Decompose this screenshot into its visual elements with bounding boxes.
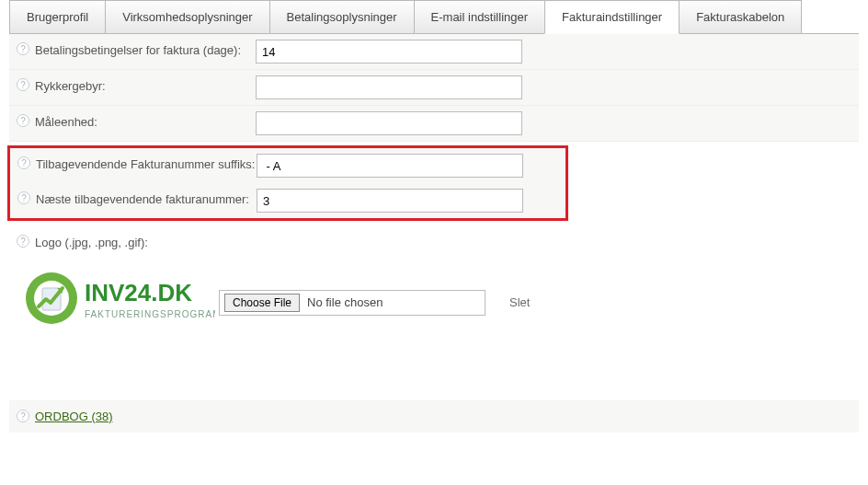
- label-payment-terms: Betalingsbetingelser for faktura (dage):: [35, 42, 241, 59]
- row-logo: INV24.DK FAKTURERINGSPROGRAM Choose File…: [9, 257, 859, 345]
- brand-tagline: FAKTURERINGSPROGRAM: [85, 309, 215, 319]
- choose-file-button[interactable]: Choose File: [224, 294, 300, 312]
- brand-name: INV24.DK: [85, 279, 192, 306]
- row-recurring-suffix: ? Tilbagevendende Fakturanummer suffiks:: [10, 148, 565, 183]
- tab-fakturaskabelon[interactable]: Fakturaskabelon: [679, 0, 802, 34]
- highlight-recurring: ? Tilbagevendende Fakturanummer suffiks:…: [7, 145, 568, 221]
- row-unit: ? Måleenhed:: [9, 106, 859, 142]
- tab-fakturaindstillinger[interactable]: Fakturaindstillinger: [544, 0, 680, 34]
- row-reminder-fee: ? Rykkergebyr:: [9, 70, 859, 106]
- tab-brugerprofil[interactable]: Brugerprofil: [9, 0, 106, 34]
- help-icon[interactable]: ?: [17, 78, 29, 91]
- settings-panel: ? Betalingsbetingelser for faktura (dage…: [9, 33, 859, 433]
- label-recurring-suffix: Tilbagevendende Fakturanummer suffiks:: [36, 156, 255, 173]
- input-payment-terms[interactable]: [256, 40, 522, 64]
- label-reminder-fee: Rykkergebyr:: [35, 78, 106, 95]
- help-icon[interactable]: ?: [17, 114, 29, 127]
- input-recurring-next[interactable]: [257, 189, 523, 213]
- delete-logo-link[interactable]: Slet: [509, 295, 530, 309]
- help-icon[interactable]: ?: [17, 235, 29, 248]
- row-payment-terms: ? Betalingsbetingelser for faktura (dage…: [9, 34, 859, 70]
- label-logo: Logo (.jpg, .png, .gif):: [35, 235, 148, 251]
- help-icon[interactable]: ?: [17, 410, 29, 422]
- input-reminder-fee[interactable]: [256, 75, 522, 99]
- logo-preview: INV24.DK FAKTURERINGSPROGRAM: [17, 266, 219, 340]
- dictionary-link[interactable]: ORDBOG (38): [35, 410, 113, 423]
- help-icon[interactable]: ?: [17, 156, 30, 169]
- label-unit: Måleenhed:: [35, 114, 97, 131]
- help-icon[interactable]: ?: [17, 191, 30, 204]
- row-logo-label: ? Logo (.jpg, .png, .gif):: [9, 226, 859, 257]
- row-recurring-next: ? Næste tilbagevendende fakturanummer:: [10, 183, 565, 218]
- input-recurring-suffix[interactable]: [257, 154, 523, 178]
- brand-logo-icon: INV24.DK FAKTURERINGSPROGRAM: [22, 266, 215, 330]
- file-input-wrap: Choose File No file chosen: [219, 290, 485, 316]
- row-dictionary: ? ORDBOG (38): [9, 400, 859, 433]
- input-unit[interactable]: [256, 111, 522, 135]
- label-recurring-next: Næste tilbagevendende fakturanummer:: [36, 191, 249, 208]
- tab-email-indstillinger[interactable]: E-mail indstillinger: [414, 0, 545, 34]
- tabs-bar: Brugerprofil Virksomhedsoplysninger Beta…: [0, 0, 868, 34]
- help-icon[interactable]: ?: [17, 42, 29, 55]
- file-status: No file chosen: [307, 295, 383, 309]
- tab-virksomhedsoplysninger[interactable]: Virksomhedsoplysninger: [105, 0, 269, 34]
- tab-betalingsoplysninger[interactable]: Betalingsoplysninger: [269, 0, 415, 34]
